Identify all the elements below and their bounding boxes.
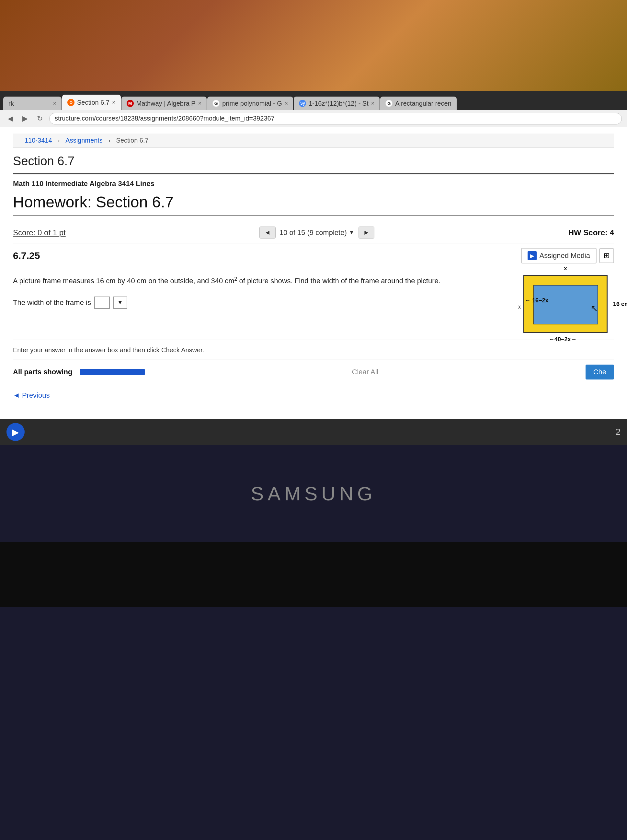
answer-input[interactable]: [94, 297, 110, 309]
pagination-dropdown[interactable]: ▼: [349, 229, 354, 236]
address-input[interactable]: [49, 113, 622, 125]
problem-statement: A picture frame measures 16 cm by 40 cm …: [13, 275, 514, 287]
pagination-controls: ◄ 10 of 15 (9 complete) ▼ ►: [259, 227, 374, 238]
dim-16-2x-label: ← 16−2x: [525, 297, 549, 304]
assigned-media-icon: ▶: [528, 251, 537, 260]
cursor-arrow: ↖: [591, 303, 598, 314]
tab-mathway-close[interactable]: ×: [198, 100, 202, 107]
frame-diagram: x 16 cm ← 16−2x x ←40−2x→ ↖: [523, 275, 608, 333]
dim-40-2x-label: ←40−2x→: [549, 336, 577, 343]
all-parts-label: All parts showing: [13, 368, 72, 376]
tab-sy-label: 1-16z*(12)b*(12) - St: [309, 100, 369, 107]
assigned-media-button[interactable]: ▶ Assigned Media: [521, 248, 597, 264]
x-top-label: x: [564, 265, 567, 272]
assigned-media-label: Assigned Media: [539, 251, 590, 260]
score-row: Score: 0 of 1 pt ◄ 10 of 15 (9 complete)…: [13, 222, 614, 243]
answer-row: The width of the frame is ▼: [13, 297, 514, 309]
tab-google[interactable]: G prime polynomial - G ×: [207, 96, 293, 110]
breadcrumb-course[interactable]: 110-3414: [25, 137, 52, 144]
tab-mathway[interactable]: M Mathway | Algebra P ×: [121, 96, 207, 110]
instruction-text: Enter your answer in the answer box and …: [13, 346, 614, 354]
tab-google-favicon: G: [213, 100, 220, 107]
tab-rk-close[interactable]: ×: [53, 100, 56, 107]
photo-top-area: [0, 0, 627, 91]
score-text: Score:: [13, 228, 38, 237]
tab-section67[interactable]: ⊙ Section 6.7 ×: [62, 95, 121, 110]
tab-section67-favicon: ⊙: [67, 99, 74, 106]
forward-button[interactable]: ▶: [20, 113, 30, 124]
problem-row: 6.7.25 ▶ Assigned Media ⊞: [13, 243, 614, 268]
tab-rk-label: rk: [8, 100, 14, 107]
taskbar-play-button[interactable]: ▶: [6, 423, 25, 441]
x-left-label: x: [518, 304, 521, 310]
breadcrumb-current: Section 6.7: [116, 137, 149, 144]
samsung-logo: SAMSUNG: [250, 483, 376, 505]
score-value: 0 of 1 pt: [38, 228, 66, 237]
bottom-bar: All parts showing Clear All Che: [13, 359, 614, 385]
tab-section67-label: Section 6.7: [77, 99, 109, 106]
progress-bar: [80, 369, 145, 375]
bottom-dark-area: [0, 542, 627, 607]
problem-content: A picture frame measures 16 cm by 40 cm …: [13, 268, 614, 340]
refresh-button[interactable]: ↻: [34, 113, 45, 124]
tab-mathway-label: Mathway | Algebra P: [136, 100, 195, 107]
tab-mathway-favicon: M: [127, 100, 134, 107]
check-answer-button[interactable]: Che: [586, 365, 614, 379]
tab-bar: rk × ⊙ Section 6.7 × M Mathway | Algebra…: [0, 91, 627, 110]
diagram-container: x 16 cm ← 16−2x x ←40−2x→ ↖: [523, 275, 614, 333]
address-bar: ◀ ▶ ↻: [0, 110, 627, 127]
prev-question-button[interactable]: ◄: [259, 227, 276, 238]
pagination-info: 10 of 15 (9 complete) ▼: [279, 229, 354, 237]
hw-score: HW Score: 4: [569, 228, 614, 237]
breadcrumb-sep2: ›: [108, 137, 112, 144]
tab-rk[interactable]: rk ×: [3, 96, 61, 110]
problem-text: A picture frame measures 16 cm by 40 cm …: [13, 275, 514, 333]
tab-sy[interactable]: Sy 1-16z*(12)b*(12) - St ×: [294, 96, 380, 110]
taskbar: ▶ 2: [0, 419, 627, 445]
back-button[interactable]: ◀: [5, 113, 16, 124]
tab-ga-favicon: G: [385, 100, 392, 107]
tab-google-close[interactable]: ×: [285, 100, 288, 107]
score-label: Score: 0 of 1 pt: [13, 228, 66, 237]
course-subtitle: Math 110 Intermediate Algebra 3414 Lines: [13, 180, 614, 188]
tab-google-label: prime polynomial - G: [222, 100, 282, 107]
grid-view-button[interactable]: ⊞: [599, 248, 614, 263]
breadcrumb-assignments[interactable]: Assignments: [65, 137, 102, 144]
browser-chrome: rk × ⊙ Section 6.7 × M Mathway | Algebra…: [0, 91, 627, 127]
hw-title: Homework: Section 6.7: [13, 193, 614, 216]
clear-all-button[interactable]: Clear All: [145, 368, 585, 376]
previous-link[interactable]: ◄ Previous: [13, 391, 50, 399]
samsung-area: SAMSUNG: [0, 445, 627, 542]
tab-section67-close[interactable]: ×: [112, 99, 116, 106]
answer-dropdown[interactable]: ▼: [113, 297, 127, 309]
tab-ga-label: A rectangular recen: [395, 100, 451, 107]
breadcrumb-sep1: ›: [58, 137, 61, 144]
tab-sy-favicon: Sy: [299, 100, 306, 107]
problem-number: 6.7.25: [13, 250, 40, 261]
play-icon: ▶: [12, 427, 19, 437]
taskbar-number: 2: [615, 427, 621, 437]
tab-sy-close[interactable]: ×: [371, 100, 375, 107]
tab-ga[interactable]: G A rectangular recen: [380, 96, 456, 110]
next-question-button[interactable]: ►: [359, 227, 375, 238]
breadcrumb: 110-3414 › Assignments › Section 6.7: [13, 134, 614, 148]
dim-right-label: 16 cm: [613, 301, 627, 308]
page-section-title: Section 6.7: [13, 148, 614, 174]
pagination-text: 10 of 15 (9 complete): [279, 229, 347, 237]
main-content-wrapper: 110-3414 › Assignments › Section 6.7 Sec…: [0, 127, 627, 419]
inner-picture: [533, 285, 598, 324]
answer-prefix: The width of the frame is: [13, 298, 91, 307]
